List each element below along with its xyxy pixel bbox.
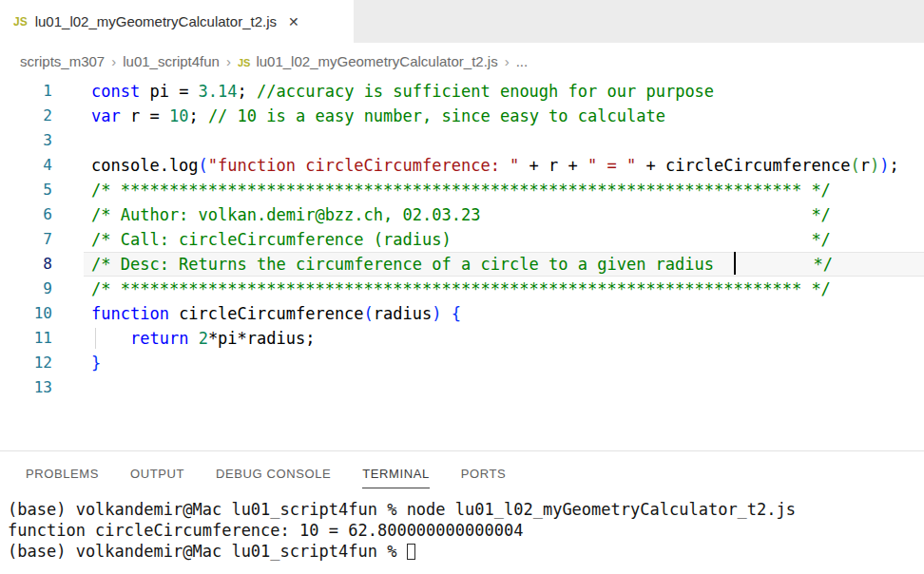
code-line[interactable]: const pi = 3.14; //accuracy is sufficien… (84, 79, 924, 104)
code-line-row: 11 return 2*pi*radius; (0, 326, 924, 351)
close-tab-icon[interactable]: ✕ (288, 15, 299, 29)
code-token: ; (889, 156, 898, 175)
code-line[interactable]: /* Call: circleCircumference (radius) */ (84, 227, 924, 252)
code-line-row: 12} (0, 351, 924, 375)
code-line[interactable]: /* *************************************… (84, 178, 924, 202)
code-token: */ (736, 255, 833, 274)
code-token: "function circleCircumference: " (208, 156, 520, 175)
code-editor[interactable]: 1const pi = 3.14; //accuracy is sufficie… (0, 79, 924, 400)
code-token: 2 (199, 329, 208, 348)
panel-tab-bar: PROBLEMSOUTPUTDEBUG CONSOLETERMINALPORTS (0, 451, 924, 497)
code-token: ( (199, 156, 208, 175)
code-token: + circleCircumference (636, 156, 850, 175)
line-number: 11 (0, 326, 84, 351)
code-token: ( (850, 156, 859, 175)
code-line-row: 6/* Author: volkan.demir@bzz.ch, 02.03.2… (0, 202, 924, 227)
code-token: /* Desc: Returns the circumference of a … (91, 255, 734, 274)
code-line[interactable] (84, 128, 924, 153)
terminal-line: (base) volkandemir@Mac lu01_script4fun % (8, 541, 924, 562)
panel-tab-output[interactable]: OUTPUT (130, 467, 184, 488)
line-number: 8 (0, 252, 84, 277)
breadcrumb-item-label: lu01_script4fun (123, 53, 220, 69)
code-token (442, 304, 452, 323)
javascript-file-icon: JS (13, 15, 28, 29)
line-number: 3 (0, 128, 84, 153)
breadcrumb-item[interactable]: scripts_m307 (20, 53, 105, 69)
panel-tab-problems[interactable]: PROBLEMS (26, 467, 99, 488)
breadcrumb-item-label: ... (516, 53, 529, 69)
code-token: const (91, 82, 140, 101)
breadcrumb-separator-icon: › (111, 53, 116, 69)
line-number: 10 (0, 301, 84, 326)
code-line[interactable]: console.log("function circleCircumferenc… (84, 153, 924, 178)
code-line-row: 4console.log("function circleCircumferen… (0, 153, 924, 178)
panel-tab-ports[interactable]: PORTS (461, 467, 507, 488)
line-number: 7 (0, 227, 84, 252)
line-number: 9 (0, 277, 84, 301)
breadcrumb-item[interactable]: ... (516, 53, 529, 69)
code-token: // 10 is a easy number, since easy to ca… (208, 106, 665, 125)
code-token (188, 329, 198, 348)
code-line[interactable]: return 2*pi*radius; (84, 326, 924, 351)
code-token: r = (121, 106, 169, 125)
code-token: //accuracy is sufficient enough for our … (257, 82, 714, 101)
code-token: } (91, 354, 101, 373)
panel-tab-debug-console[interactable]: DEBUG CONSOLE (216, 467, 331, 488)
terminal-output[interactable]: (base) volkandemir@Mac lu01_script4fun %… (0, 497, 924, 562)
code-token: console.log (91, 156, 199, 175)
code-line[interactable]: /* Author: volkan.demir@bzz.ch, 02.03.23… (84, 202, 924, 227)
code-token: /* Call: circleCircumference (radius) */ (91, 230, 831, 249)
code-token: ; (188, 106, 207, 125)
code-token: " = " (587, 156, 636, 175)
code-line-row: 10function circleCircumference(radius) { (0, 301, 924, 326)
code-token: + r + (519, 156, 587, 175)
code-token: ( (364, 304, 374, 323)
code-line[interactable]: /* *************************************… (84, 277, 924, 301)
code-line[interactable] (84, 375, 924, 400)
code-token: ; (238, 82, 257, 101)
line-number: 1 (0, 79, 84, 104)
line-number: 13 (0, 375, 84, 400)
panel-tab-terminal[interactable]: TERMINAL (362, 467, 430, 488)
code-token: { (452, 304, 461, 323)
code-token: radius (374, 304, 432, 323)
breadcrumb-item[interactable]: JSlu01_l02_myGeometryCalculator_t2.js (238, 53, 498, 69)
line-number: 6 (0, 202, 84, 227)
code-line-row: 8/* Desc: Returns the circumference of a… (0, 252, 924, 277)
code-token: r (860, 156, 870, 175)
breadcrumb-separator-icon: › (505, 53, 510, 69)
tab-title: lu01_l02_myGeometryCalculator_t2.js (35, 13, 277, 29)
code-token (91, 329, 130, 348)
code-line-row: 13 (0, 375, 924, 400)
line-number: 2 (0, 104, 84, 128)
code-token: /* *************************************… (91, 181, 831, 200)
code-line-row: 1const pi = 3.14; //accuracy is sufficie… (0, 79, 924, 104)
line-number: 4 (0, 153, 84, 178)
code-token: ) (870, 156, 879, 175)
code-token: /* *************************************… (91, 279, 831, 298)
terminal-line: (base) volkandemir@Mac lu01_script4fun %… (8, 499, 924, 520)
code-line[interactable]: function circleCircumference(radius) { (84, 301, 924, 326)
breadcrumb: scripts_m307›lu01_script4fun›JSlu01_l02_… (0, 43, 924, 79)
code-token: ) (432, 304, 441, 323)
javascript-file-icon: JS (238, 57, 250, 68)
code-line[interactable]: } (84, 351, 924, 375)
tab-lu01_l02_myGeometryCalculator[interactable]: JS lu01_l02_myGeometryCalculator_t2.js ✕ (0, 0, 354, 43)
breadcrumb-item-label: scripts_m307 (20, 53, 105, 69)
code-line-row: 3 (0, 128, 924, 153)
code-token: pi = (140, 82, 198, 101)
editor-tab-bar: JS lu01_l02_myGeometryCalculator_t2.js ✕ (0, 0, 924, 43)
code-token: 3.14 (199, 82, 238, 101)
breadcrumb-item[interactable]: lu01_script4fun (123, 53, 220, 69)
terminal-line: function circleCircumference: 10 = 62.80… (8, 520, 924, 541)
code-line-row: 9/* ************************************… (0, 277, 924, 301)
code-token: /* Author: volkan.demir@bzz.ch, 02.03.23… (91, 205, 831, 224)
indent-guide (95, 328, 96, 349)
code-token: *pi*radius; (208, 329, 316, 348)
code-token: ) (879, 156, 889, 175)
breadcrumb-item-label: lu01_l02_myGeometryCalculator_t2.js (256, 53, 497, 69)
code-line[interactable]: /* Desc: Returns the circumference of a … (84, 252, 924, 277)
line-number: 12 (0, 351, 84, 375)
code-line[interactable]: var r = 10; // 10 is a easy number, sinc… (84, 104, 924, 128)
code-token: 10 (169, 106, 188, 125)
